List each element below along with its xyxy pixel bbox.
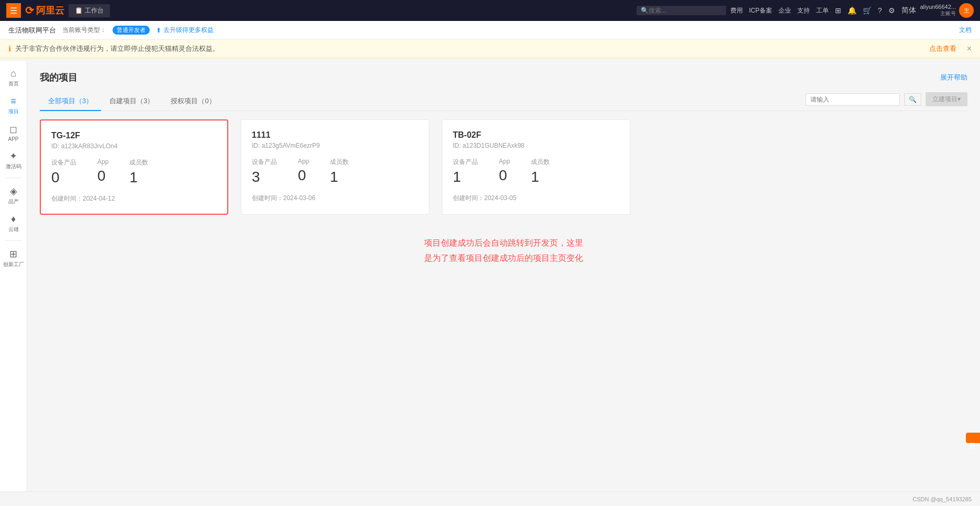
user-role: 主账号 [940, 10, 956, 17]
enterprise-link[interactable]: 企业 [778, 6, 791, 15]
search-row: 🔍 立建项目▾ [806, 92, 967, 111]
sidebar-item-label: APP [8, 136, 18, 142]
search-button[interactable]: 🔍 [904, 93, 921, 106]
logo-icon: ⟳ [25, 4, 34, 17]
layout: ⌂ 首页 ≡ 项目 ◻ APP ✦ 激活码 ◈ 品产 ♦ 云雄 ⊞ 创新工厂 [0, 61, 980, 506]
tabs-row: 全部项目（3） 自建项目（3） 授权项目（0） 🔍 立建项目▾ [40, 92, 967, 111]
factory-icon: ⊞ [9, 248, 17, 260]
docs-link[interactable]: 文档 [959, 26, 972, 35]
stat-devices-0: 设备产品 0 [51, 158, 76, 186]
sidebar-item-home[interactable]: ⌂ 首页 [1, 65, 26, 91]
stat-app-1: App 0 [298, 158, 309, 185]
icp-link[interactable]: ICP备案 [749, 6, 772, 15]
search-icon: 🔍 [641, 7, 649, 14]
feedback-button[interactable]: 评价反馈 [966, 433, 980, 443]
project-date-1: 创建时间：2024-03-06 [252, 194, 418, 203]
stat-members-2: 成员数 1 [531, 158, 550, 185]
sidebar-item-project[interactable]: ≡ 项目 [1, 93, 26, 118]
workbench-icon: 📋 [75, 7, 83, 14]
logo: ⟳ 阿里云 [25, 4, 64, 17]
tab-auth-projects[interactable]: 授权项目（0） [162, 92, 224, 111]
page-title: 我的项目 [40, 71, 77, 84]
project-date-0: 创建时间：2024-04-12 [51, 194, 217, 203]
sidebar-item-app[interactable]: ◻ APP [1, 120, 26, 145]
product-icon: ◈ [10, 185, 17, 197]
sidebar-item-label: 首页 [8, 80, 19, 87]
account-badge: 普通开发者 [113, 26, 150, 35]
sidebar-item-cloud[interactable]: ♦ 云雄 [1, 211, 26, 236]
stat-members-1: 成员数 1 [330, 158, 349, 185]
logo-text: 阿里云 [36, 4, 64, 17]
alert-message: 关于非官方合作伙伴违规行为，请立即停止侵犯天猫精灵合法权益。 [15, 44, 219, 53]
grid-icon[interactable]: ⊞ [835, 6, 841, 15]
project-title-1: 1111 [252, 130, 418, 140]
stat-devices-2: 设备产品 1 [453, 158, 478, 185]
settings-icon[interactable]: ⚙ [888, 6, 895, 15]
sidebar-item-label: 项目 [8, 108, 19, 115]
note-text: 项目创建成功后会自动跳转到开发页，这里 是为了查看项目创建成功后的项目主页变化 [40, 236, 967, 266]
stat-app-2: App 0 [499, 158, 510, 185]
bottom-bar: CSDN @qq_54193285 [0, 491, 980, 506]
alert-icon: ℹ [8, 45, 11, 53]
project-stats-2: 设备产品 1 App 0 成员数 1 [453, 158, 619, 185]
project-card-1[interactable]: 1111 ID: a123g5AVmE6ezrP9 设备产品 3 App 0 成… [241, 119, 429, 215]
ticket-link[interactable]: 工单 [816, 6, 829, 15]
language-icon[interactable]: 简体 [901, 6, 916, 15]
sidebar-item-product[interactable]: ◈ 品产 [1, 182, 26, 208]
sidebar-item-activation[interactable]: ✦ 激活码 [1, 147, 26, 173]
user-info[interactable]: aliyun66642... 主账号 主 [920, 3, 974, 18]
create-project-button[interactable]: 立建项目▾ [926, 92, 967, 106]
footer-text: CSDN @qq_54193285 [912, 496, 972, 502]
menu-button[interactable]: ☰ [6, 3, 21, 18]
upgrade-link[interactable]: ⬆ 去升级得更多权益 [156, 26, 214, 35]
alert-banner: ℹ 关于非官方合作伙伴违规行为，请立即停止侵犯天猫精灵合法权益。 点击查看 × [0, 40, 980, 58]
project-card-0[interactable]: TG-12F ID: a123kAR83JrvLOn4 设备产品 0 App 0… [40, 119, 228, 215]
cart-icon[interactable]: 🛒 [863, 6, 872, 15]
help-link[interactable]: 展开帮助 [940, 73, 967, 82]
project-id-0: ID: a123kAR83JrvLOn4 [51, 142, 217, 150]
alert-link[interactable]: 点击查看 [929, 44, 956, 53]
project-stats-1: 设备产品 3 App 0 成员数 1 [252, 158, 418, 185]
search-box: 🔍 [637, 6, 726, 15]
account-label: 当前账号类型： [62, 26, 106, 35]
alert-close-button[interactable]: × [967, 44, 972, 53]
page-header: 我的项目 展开帮助 [40, 71, 967, 84]
platform-title: 生活物联网平台 [8, 26, 56, 35]
stat-app-0: App 0 [97, 158, 108, 186]
tabs-list: 全部项目（3） 自建项目（3） 授权项目（0） [40, 92, 224, 111]
tab-all-projects[interactable]: 全部项目（3） [40, 92, 101, 111]
sidebar-item-label: 创新工厂 [3, 261, 24, 268]
fee-link[interactable]: 费用 [730, 6, 743, 15]
home-icon: ⌂ [10, 68, 16, 79]
sidebar: ⌂ 首页 ≡ 项目 ◻ APP ✦ 激活码 ◈ 品产 ♦ 云雄 ⊞ 创新工厂 [0, 61, 27, 506]
sub-nav: 生活物联网平台 当前账号类型： 普通开发者 ⬆ 去升级得更多权益 文档 [0, 21, 980, 40]
question-icon[interactable]: ? [878, 6, 882, 15]
bell-icon[interactable]: 🔔 [848, 6, 856, 15]
project-grid: TG-12F ID: a123kAR83JrvLOn4 设备产品 0 App 0… [40, 119, 967, 215]
project-card-2[interactable]: TB-02F ID: a123D1GUBNEAxk98 设备产品 1 App 0… [442, 119, 630, 215]
upgrade-icon: ⬆ [156, 27, 161, 34]
sidebar-item-label: 云雄 [8, 226, 19, 233]
tab-self-projects[interactable]: 自建项目（3） [101, 92, 162, 111]
sidebar-divider-2 [5, 240, 22, 241]
project-date-2: 创建时间：2024-03-05 [453, 194, 619, 203]
top-nav: ☰ ⟳ 阿里云 📋 工作台 🔍 费用 ICP备案 企业 支持 工单 ⊞ 🔔 🛒 … [0, 0, 980, 21]
project-id-1: ID: a123g5AVmE6ezrP9 [252, 142, 418, 149]
avatar[interactable]: 主 [959, 3, 974, 18]
project-title-2: TB-02F [453, 130, 619, 140]
activation-icon: ✦ [9, 150, 17, 162]
sidebar-item-factory[interactable]: ⊞ 创新工厂 [1, 245, 26, 271]
sidebar-divider [5, 178, 22, 178]
search-input[interactable] [649, 7, 722, 14]
main-content: 我的项目 展开帮助 全部项目（3） 自建项目（3） 授权项目（0） 🔍 立建项目… [27, 61, 980, 506]
sidebar-item-label: 品产 [8, 198, 19, 205]
stat-members-0: 成员数 1 [129, 158, 148, 186]
app-icon: ◻ [9, 124, 17, 135]
workbench-button[interactable]: 📋 工作台 [69, 4, 110, 17]
project-icon: ≡ [10, 96, 16, 107]
project-search-input[interactable] [806, 93, 900, 106]
sidebar-item-label: 激活码 [6, 163, 21, 170]
cloud-icon: ♦ [11, 214, 16, 225]
support-link[interactable]: 支持 [797, 6, 810, 15]
username: aliyun66642... [920, 4, 956, 10]
